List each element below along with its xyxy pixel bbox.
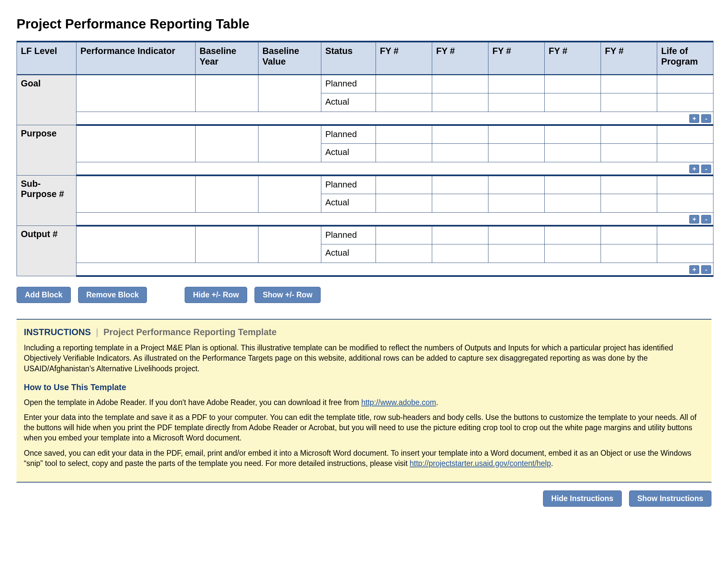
add-block-button[interactable]: Add Block (17, 287, 71, 303)
value-cell[interactable] (432, 75, 488, 93)
instructions-panel: INSTRUCTIONS | Project Performance Repor… (17, 319, 711, 483)
status-planned: Planned (321, 175, 376, 194)
table-row: Sub-Purpose #Planned (17, 175, 713, 194)
value-cell[interactable] (657, 75, 713, 93)
show-instructions-button[interactable]: Show Instructions (629, 491, 711, 507)
table-row: GoalPlanned (17, 75, 713, 93)
instructions-heading: INSTRUCTIONS (24, 327, 91, 337)
value-cell[interactable] (488, 194, 545, 212)
value-cell[interactable] (601, 75, 657, 93)
value-cell[interactable] (657, 194, 713, 212)
value-cell[interactable] (488, 75, 545, 93)
value-cell[interactable] (545, 194, 601, 212)
minus-button[interactable]: - (701, 164, 711, 173)
value-cell[interactable] (432, 175, 488, 194)
status-planned: Planned (321, 75, 376, 93)
col-baseline-year: Baseline Year (196, 42, 258, 75)
value-cell[interactable] (432, 93, 488, 112)
cell-by[interactable] (196, 175, 258, 212)
plus-button[interactable]: + (689, 265, 699, 274)
lf-level-cell[interactable]: Purpose (17, 125, 76, 175)
minus-button[interactable]: - (701, 215, 711, 223)
value-cell[interactable] (657, 93, 713, 112)
value-cell[interactable] (601, 194, 657, 212)
value-cell[interactable] (545, 244, 601, 263)
show-pm-row-button[interactable]: Show +/- Row (254, 287, 321, 303)
cell-pi[interactable] (76, 226, 196, 263)
minus-button[interactable]: - (701, 114, 711, 123)
value-cell[interactable] (657, 175, 713, 194)
value-cell[interactable] (432, 144, 488, 162)
value-cell[interactable] (657, 125, 713, 144)
col-fy5: FY # (601, 42, 657, 75)
status-actual: Actual (321, 194, 376, 212)
value-cell[interactable] (488, 175, 545, 194)
value-cell[interactable] (545, 175, 601, 194)
value-cell[interactable] (488, 226, 545, 244)
pm-row: +- (17, 112, 713, 125)
value-cell[interactable] (432, 244, 488, 263)
value-cell[interactable] (657, 244, 713, 263)
hide-instructions-button[interactable]: Hide Instructions (543, 491, 622, 507)
table-row: Output #Planned (17, 226, 713, 244)
value-cell[interactable] (545, 226, 601, 244)
cell-pi[interactable] (76, 75, 196, 112)
value-cell[interactable] (545, 125, 601, 144)
value-cell[interactable] (657, 226, 713, 244)
value-cell[interactable] (488, 93, 545, 112)
minus-button[interactable]: - (701, 265, 711, 274)
cell-pi[interactable] (76, 175, 196, 212)
value-cell[interactable] (376, 226, 432, 244)
lf-level-cell[interactable]: Goal (17, 75, 76, 125)
adobe-link[interactable]: http://www.adobe.com (361, 398, 436, 407)
value-cell[interactable] (601, 144, 657, 162)
report-table: LF Level Performance Indicator Baseline … (17, 41, 713, 277)
value-cell[interactable] (376, 244, 432, 263)
remove-block-button[interactable]: Remove Block (78, 287, 147, 303)
status-actual: Actual (321, 93, 376, 112)
plus-button[interactable]: + (689, 114, 699, 123)
cell-by[interactable] (196, 226, 258, 263)
value-cell[interactable] (657, 144, 713, 162)
value-cell[interactable] (376, 125, 432, 144)
cell-bv[interactable] (258, 125, 321, 162)
lf-level-cell[interactable]: Output # (17, 226, 76, 276)
value-cell[interactable] (376, 175, 432, 194)
value-cell[interactable] (488, 144, 545, 162)
value-cell[interactable] (432, 194, 488, 212)
value-cell[interactable] (376, 144, 432, 162)
value-cell[interactable] (601, 93, 657, 112)
value-cell[interactable] (545, 144, 601, 162)
cell-bv[interactable] (258, 75, 321, 112)
instructions-p1: Including a reporting template in a Proj… (24, 343, 704, 374)
value-cell[interactable] (601, 244, 657, 263)
value-cell[interactable] (601, 226, 657, 244)
value-cell[interactable] (376, 93, 432, 112)
cell-bv[interactable] (258, 226, 321, 263)
status-planned: Planned (321, 226, 376, 244)
plus-button[interactable]: + (689, 164, 699, 173)
col-performance: Performance Indicator (76, 42, 196, 75)
plus-button[interactable]: + (689, 215, 699, 223)
value-cell[interactable] (376, 194, 432, 212)
cell-pi[interactable] (76, 125, 196, 162)
lf-level-cell[interactable]: Sub-Purpose # (17, 175, 76, 226)
value-cell[interactable] (488, 244, 545, 263)
cell-by[interactable] (196, 75, 258, 112)
instructions-p4: Once saved, you can edit your data in th… (24, 448, 704, 469)
status-actual: Actual (321, 244, 376, 263)
value-cell[interactable] (432, 226, 488, 244)
value-cell[interactable] (432, 125, 488, 144)
value-cell[interactable] (376, 75, 432, 93)
help-link[interactable]: http://projectstarter.usaid.gov/content/… (410, 459, 551, 468)
cell-bv[interactable] (258, 175, 321, 212)
table-header-row: LF Level Performance Indicator Baseline … (17, 42, 713, 75)
value-cell[interactable] (488, 125, 545, 144)
value-cell[interactable] (601, 175, 657, 194)
cell-by[interactable] (196, 125, 258, 162)
hide-pm-row-button[interactable]: Hide +/- Row (185, 287, 247, 303)
pm-row: +- (17, 162, 713, 175)
value-cell[interactable] (545, 93, 601, 112)
value-cell[interactable] (545, 75, 601, 93)
value-cell[interactable] (601, 125, 657, 144)
